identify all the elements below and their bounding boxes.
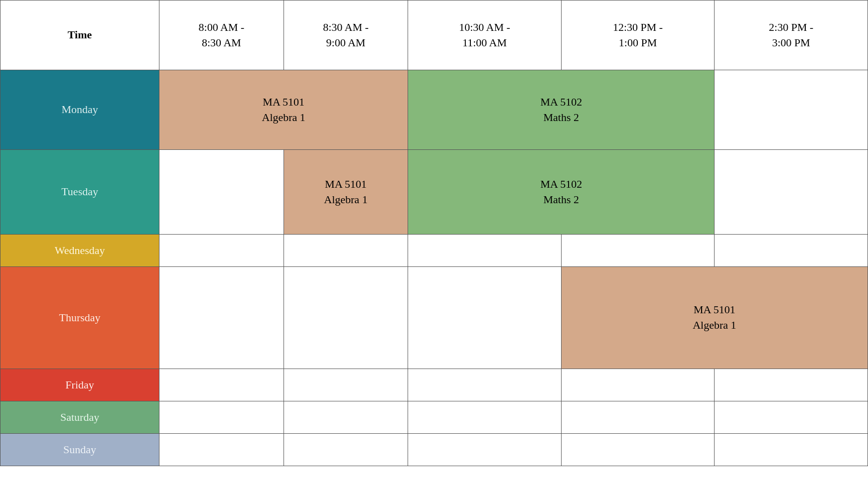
friday-empty-4 (561, 369, 715, 401)
row-sunday: Sunday (0, 434, 868, 466)
wednesday-empty-4 (561, 235, 715, 267)
friday-empty-1 (159, 369, 284, 401)
tuesday-empty-1 (159, 150, 284, 235)
row-wednesday: Wednesday (0, 235, 868, 267)
col-header-3: 10:30 AM -11:00 AM (408, 0, 562, 70)
monday-empty (715, 70, 868, 150)
monday-algebra1: MA 5101 Algebra 1 (159, 70, 408, 150)
header-row: Time 8:00 AM -8:30 AM 8:30 AM -9:00 AM 1… (0, 0, 868, 70)
day-label-tuesday: Tuesday (0, 150, 159, 235)
col-header-5: 2:30 PM -3:00 PM (715, 0, 868, 70)
saturday-empty-4 (561, 401, 715, 434)
sunday-empty-5 (715, 434, 868, 466)
saturday-empty-1 (159, 401, 284, 434)
wednesday-empty-5 (715, 235, 868, 267)
col-header-4: 12:30 PM -1:00 PM (561, 0, 715, 70)
row-tuesday: Tuesday MA 5101 Algebra 1 MA 5102 Maths … (0, 150, 868, 235)
saturday-empty-5 (715, 401, 868, 434)
wednesday-empty-3 (408, 235, 562, 267)
saturday-empty-2 (284, 401, 408, 434)
wednesday-empty-2 (284, 235, 408, 267)
col-header-2: 8:30 AM -9:00 AM (284, 0, 408, 70)
day-label-monday: Monday (0, 70, 159, 150)
thursday-empty-3 (408, 267, 562, 369)
day-label-saturday: Saturday (0, 401, 159, 434)
row-thursday: Thursday MA 5101 Algebra 1 (0, 267, 868, 369)
wednesday-empty-1 (159, 235, 284, 267)
thursday-empty-1 (159, 267, 284, 369)
time-header: Time (0, 0, 159, 70)
sunday-empty-4 (561, 434, 715, 466)
row-saturday: Saturday (0, 401, 868, 434)
row-monday: Monday MA 5101 Algebra 1 MA 5102 Maths 2 (0, 70, 868, 150)
thursday-algebra1: MA 5101 Algebra 1 (561, 267, 868, 369)
monday-maths2: MA 5102 Maths 2 (408, 70, 715, 150)
saturday-empty-3 (408, 401, 562, 434)
day-label-friday: Friday (0, 369, 159, 401)
sunday-empty-1 (159, 434, 284, 466)
day-label-thursday: Thursday (0, 267, 159, 369)
friday-empty-2 (284, 369, 408, 401)
tuesday-algebra1: MA 5101 Algebra 1 (284, 150, 408, 235)
tuesday-maths2: MA 5102 Maths 2 (408, 150, 715, 235)
day-label-wednesday: Wednesday (0, 235, 159, 267)
sunday-empty-3 (408, 434, 562, 466)
friday-empty-3 (408, 369, 562, 401)
day-label-sunday: Sunday (0, 434, 159, 466)
row-friday: Friday (0, 369, 868, 401)
col-header-1: 8:00 AM -8:30 AM (159, 0, 284, 70)
sunday-empty-2 (284, 434, 408, 466)
tuesday-empty-2 (715, 150, 868, 235)
friday-empty-5 (715, 369, 868, 401)
thursday-empty-2 (284, 267, 408, 369)
schedule-table: Time 8:00 AM -8:30 AM 8:30 AM -9:00 AM 1… (0, 0, 868, 466)
